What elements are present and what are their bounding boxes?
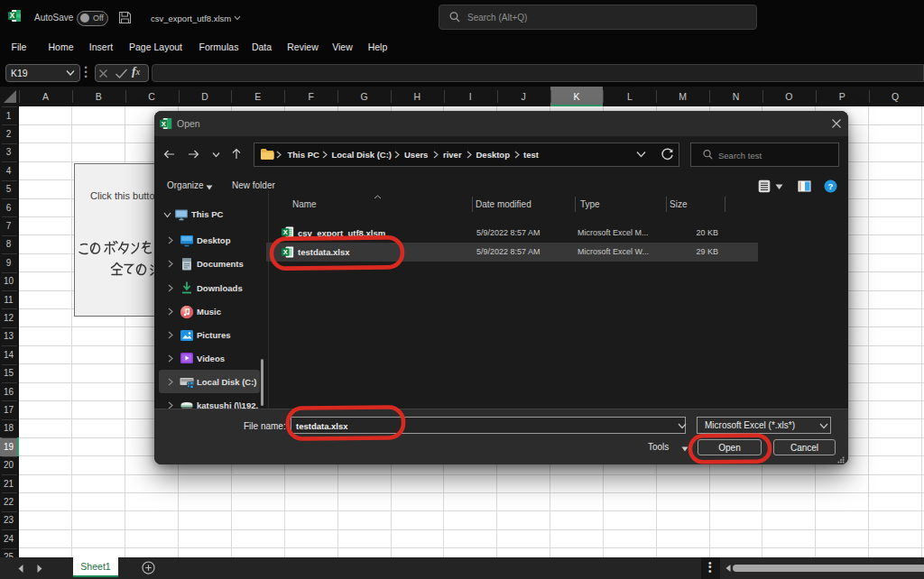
svg-text:X: X bbox=[10, 12, 15, 20]
svg-text:?: ? bbox=[828, 181, 834, 191]
svg-text:X: X bbox=[162, 120, 167, 128]
